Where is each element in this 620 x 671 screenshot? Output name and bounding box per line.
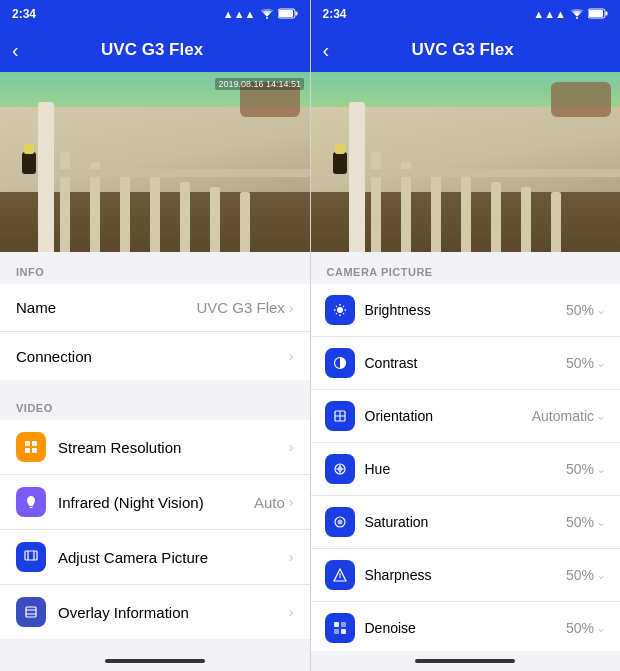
right-signal-icon: ▲▲▲ [533, 8, 566, 20]
right-wifi-icon [570, 8, 584, 21]
brightness-item[interactable]: Brightness 50% ⌄ [311, 284, 621, 337]
right-nav-bar: ‹ UVC G3 Flex [311, 28, 621, 72]
connection-chevron-icon: › [289, 348, 294, 364]
left-status-bar: 2:34 ▲▲▲ [0, 0, 310, 28]
hue-chevron-icon: ⌄ [596, 462, 606, 476]
right-home-bar [415, 659, 515, 663]
name-value: UVC G3 Flex [196, 299, 284, 316]
connection-label: Connection [16, 348, 289, 365]
saturation-label: Saturation [365, 514, 566, 530]
svg-rect-20 [589, 10, 603, 17]
right-camera-view [311, 72, 621, 252]
svg-rect-5 [32, 441, 37, 446]
saturation-chevron-icon: ⌄ [596, 515, 606, 529]
hue-icon [325, 454, 355, 484]
name-label: Name [16, 299, 196, 316]
infrared-icon [16, 487, 46, 517]
denoise-chevron-icon: ⌄ [596, 621, 606, 635]
stream-resolution-label: Stream Resolution [58, 439, 289, 456]
infrared-label: Infrared (Night Vision) [58, 494, 254, 511]
svg-line-29 [343, 306, 344, 307]
denoise-item[interactable]: Denoise 50% ⌄ [311, 602, 621, 651]
overlay-icon [16, 597, 46, 627]
svg-rect-3 [295, 11, 297, 15]
adjust-camera-label: Adjust Camera Picture [58, 549, 289, 566]
left-battery-icon [278, 8, 298, 21]
hue-item[interactable]: Hue 50% ⌄ [311, 443, 621, 496]
svg-rect-2 [279, 10, 293, 17]
svg-line-30 [335, 313, 336, 314]
svg-rect-4 [25, 441, 30, 446]
camera-picture-list: Brightness 50% ⌄ Contrast 50% ⌄ Orientat… [311, 284, 621, 651]
svg-rect-43 [341, 629, 346, 634]
left-nav-title: UVC G3 Flex [27, 40, 278, 60]
svg-point-37 [337, 520, 342, 525]
left-nav-bar: ‹ UVC G3 Flex [0, 28, 310, 72]
sharpness-item[interactable]: Sharpness 50% ⌄ [311, 549, 621, 602]
contrast-value: 50% [566, 355, 594, 371]
brightness-value: 50% [566, 302, 594, 318]
denoise-value: 50% [566, 620, 594, 636]
left-camera-view: 2019.08.16 14:14:51 [0, 72, 310, 252]
right-content: CAMERA PICTURE Brightness 50% ⌄ Contrast… [311, 252, 621, 651]
right-back-button[interactable]: ‹ [323, 39, 330, 62]
svg-line-28 [343, 313, 344, 314]
svg-rect-8 [25, 551, 37, 560]
hue-label: Hue [365, 461, 566, 477]
brightness-label: Brightness [365, 302, 566, 318]
left-timestamp: 2019.08.16 14:14:51 [215, 78, 304, 90]
sharpness-chevron-icon: ⌄ [596, 568, 606, 582]
stream-resolution-chevron-icon: › [289, 439, 294, 455]
right-battery-icon [588, 8, 608, 21]
left-panel: 2:34 ▲▲▲ ‹ UVC G3 Flex [0, 0, 310, 671]
overlay-label: Overlay Information [58, 604, 289, 621]
svg-rect-21 [606, 11, 608, 15]
left-wifi-icon [260, 8, 274, 21]
info-list: Name UVC G3 Flex › Connection › [0, 284, 310, 380]
camera-picture-header: CAMERA PICTURE [311, 252, 621, 284]
overlay-item[interactable]: Overlay Information › [0, 585, 310, 639]
orientation-label: Orientation [365, 408, 532, 424]
overlay-chevron-icon: › [289, 604, 294, 620]
svg-rect-6 [25, 448, 30, 453]
infrared-chevron-icon: › [289, 494, 294, 510]
sharpness-icon [325, 560, 355, 590]
svg-rect-42 [334, 629, 339, 634]
section-info-header: INFO [0, 252, 310, 284]
sharpness-label: Sharpness [365, 567, 566, 583]
right-status-bar: 2:34 ▲▲▲ [311, 0, 621, 28]
svg-point-0 [266, 17, 268, 19]
orientation-item[interactable]: Orientation Automatic ⌄ [311, 390, 621, 443]
svg-rect-40 [334, 622, 339, 627]
stream-resolution-item[interactable]: Stream Resolution › [0, 420, 310, 475]
orientation-value: Automatic [532, 408, 594, 424]
left-time: 2:34 [12, 7, 36, 21]
adjust-camera-icon [16, 542, 46, 572]
left-status-icons: ▲▲▲ [223, 8, 298, 21]
saturation-item[interactable]: Saturation 50% ⌄ [311, 496, 621, 549]
infrared-value: Auto [254, 494, 285, 511]
left-content: INFO Name UVC G3 Flex › Connection › VID… [0, 252, 310, 651]
left-back-button[interactable]: ‹ [12, 39, 19, 62]
connection-item[interactable]: Connection › [0, 332, 310, 380]
svg-point-18 [576, 17, 578, 19]
contrast-chevron-icon: ⌄ [596, 356, 606, 370]
saturation-value: 50% [566, 514, 594, 530]
infrared-item[interactable]: Infrared (Night Vision) Auto › [0, 475, 310, 530]
right-time: 2:34 [323, 7, 347, 21]
orientation-icon [325, 401, 355, 431]
saturation-icon [325, 507, 355, 537]
adjust-camera-item[interactable]: Adjust Camera Picture › [0, 530, 310, 585]
left-home-bar [105, 659, 205, 663]
contrast-label: Contrast [365, 355, 566, 371]
name-item[interactable]: Name UVC G3 Flex › [0, 284, 310, 332]
name-chevron-icon: › [289, 300, 294, 316]
denoise-icon [325, 613, 355, 643]
contrast-item[interactable]: Contrast 50% ⌄ [311, 337, 621, 390]
right-home-indicator [311, 651, 621, 671]
hue-value: 50% [566, 461, 594, 477]
svg-rect-41 [341, 622, 346, 627]
right-panel: 2:34 ▲▲▲ ‹ UVC G3 Flex [311, 0, 621, 671]
video-list: Stream Resolution › Infrared (Night Visi… [0, 420, 310, 639]
brightness-chevron-icon: ⌄ [596, 303, 606, 317]
